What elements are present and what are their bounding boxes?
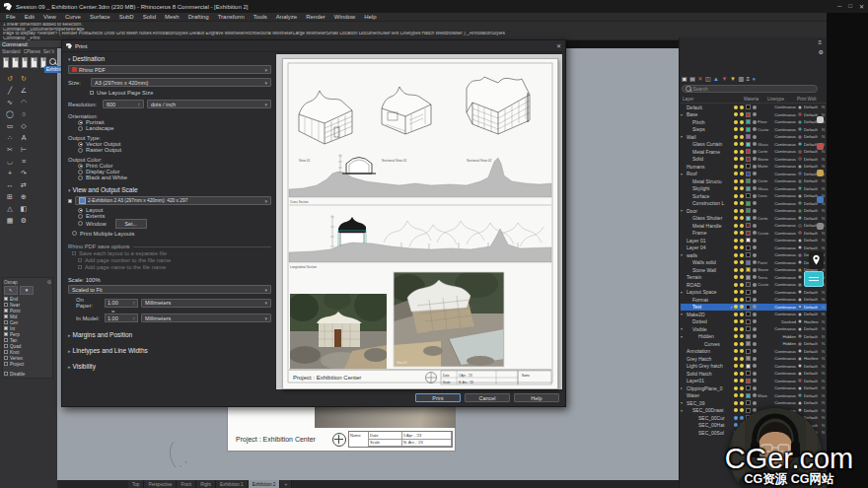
- layer-material-icon[interactable]: [753, 334, 757, 338]
- layer-print-width[interactable]: Default: [804, 400, 822, 405]
- layer-color-swatch[interactable]: [746, 275, 751, 280]
- layer-print-color[interactable]: [798, 112, 802, 116]
- layer-row[interactable]: Walls solid Paint Continuous Default N: [681, 259, 827, 267]
- layer-linetype[interactable]: Continuous: [770, 134, 798, 139]
- layer-print-width[interactable]: Default: [804, 379, 822, 383]
- layer-on-bulb-icon[interactable]: [734, 105, 738, 109]
- points-tool-icon[interactable]: ∴: [4, 132, 16, 143]
- layer-row[interactable]: Plinth Floor Continuous Default N: [681, 118, 827, 126]
- layer-color-swatch[interactable]: [746, 157, 751, 162]
- layer-print-color[interactable]: [798, 283, 802, 287]
- layer-on-bulb-icon[interactable]: [734, 157, 738, 161]
- layer-print-width[interactable]: Hairline: [804, 319, 822, 324]
- line-tool-icon[interactable]: ╱: [4, 85, 16, 96]
- viewport-tab[interactable]: Exhibition 2: [249, 480, 281, 488]
- layer-row[interactable]: Steps Custo Continuous Default N: [681, 126, 827, 134]
- layer-material-icon[interactable]: [753, 268, 757, 272]
- layer-row[interactable]: ▾ walls Continuous Default N: [681, 251, 827, 259]
- layer-print-color[interactable]: [798, 393, 802, 397]
- pdf-option-checkbox[interactable]: [78, 265, 82, 269]
- osnap-disable-option[interactable]: Disable: [4, 371, 51, 377]
- layer-print-color[interactable]: [798, 327, 802, 331]
- layer-print-color[interactable]: [798, 194, 802, 198]
- layer-color-swatch[interactable]: [746, 216, 751, 221]
- layer-lock-icon[interactable]: [740, 305, 744, 309]
- cancel-button[interactable]: Cancel: [465, 393, 510, 402]
- layer-lock-icon[interactable]: [740, 120, 744, 124]
- layer-row[interactable]: ▾ Door Continuous Default N: [681, 207, 827, 215]
- layer-print-color[interactable]: [798, 142, 802, 146]
- libraries-tab-icon[interactable]: [817, 223, 824, 230]
- layer-color-swatch[interactable]: [746, 408, 751, 413]
- layer-on-bulb-icon[interactable]: [734, 216, 738, 220]
- layer-linetype[interactable]: Continuous: [770, 252, 798, 257]
- layer-material-icon[interactable]: [753, 298, 757, 302]
- layer-lock-icon[interactable]: [740, 319, 744, 323]
- layer-lock-icon[interactable]: [740, 231, 744, 235]
- layer-material-icon[interactable]: [753, 313, 757, 316]
- layer-print-color[interactable]: [798, 165, 802, 169]
- layer-material-icon[interactable]: [753, 327, 757, 331]
- layer-on-bulb-icon[interactable]: [734, 127, 738, 131]
- layer-on-bulb-icon[interactable]: [734, 224, 738, 228]
- layer-print-color[interactable]: [798, 127, 802, 131]
- layer-lock-icon[interactable]: [740, 275, 744, 279]
- layer-color-swatch[interactable]: [746, 282, 751, 287]
- window-radio-option[interactable]: Window Set...: [78, 219, 271, 228]
- layer-lock-icon[interactable]: [740, 194, 744, 198]
- osnap-checkbox[interactable]: [4, 332, 8, 336]
- layer-color-swatch[interactable]: [746, 379, 751, 383]
- print-width-column-header[interactable]: Print Widt: [797, 97, 827, 102]
- layer-row[interactable]: ▾ Layout Space Continuous Default N: [681, 289, 827, 297]
- layer-material-icon[interactable]: [753, 364, 757, 368]
- layer-material-icon[interactable]: [753, 127, 757, 131]
- fillet-tool-icon[interactable]: ◡: [4, 156, 16, 167]
- list-view-icon[interactable]: ≡: [747, 75, 751, 83]
- layer-print-color[interactable]: [798, 298, 802, 302]
- toolbar-tab[interactable]: CPlanes: [24, 49, 40, 54]
- layer-print-color[interactable]: [798, 105, 802, 109]
- osnap-checkbox[interactable]: [4, 320, 8, 324]
- layer-lock-icon[interactable]: [740, 209, 744, 213]
- layer-print-color[interactable]: [798, 305, 802, 309]
- osnap-cursor-button[interactable]: ↖: [4, 286, 18, 295]
- layer-color-swatch[interactable]: [746, 134, 751, 139]
- layer-lock-icon[interactable]: [740, 393, 744, 397]
- trim-tool-icon[interactable]: ⊢: [18, 144, 30, 155]
- layer-material-icon[interactable]: [753, 120, 757, 124]
- menu-item[interactable]: Curve: [65, 14, 81, 20]
- layer-color-swatch[interactable]: [746, 334, 751, 339]
- extrude-tool-icon[interactable]: △: [4, 203, 16, 214]
- new-file-icon[interactable]: [3, 57, 9, 68]
- layer-on-bulb-icon[interactable]: [734, 342, 738, 346]
- layer-on-bulb-icon[interactable]: [734, 372, 738, 376]
- scale-select[interactable]: Scaled to Fit▾: [68, 285, 271, 294]
- move-down-layer-icon[interactable]: ▼: [722, 75, 728, 83]
- layer-lock-icon[interactable]: [740, 105, 744, 109]
- layer-print-color[interactable]: [798, 379, 802, 383]
- layer-on-bulb-icon[interactable]: [734, 334, 738, 338]
- layer-color-swatch[interactable]: [746, 119, 751, 124]
- view-checkbox[interactable]: [68, 199, 72, 203]
- output-color-radio-option[interactable]: Black and White: [78, 174, 271, 180]
- layer-color-swatch[interactable]: [746, 149, 751, 154]
- layer-material-icon[interactable]: [753, 150, 757, 154]
- osnap-disable-checkbox[interactable]: [4, 372, 8, 376]
- layer-print-color[interactable]: [798, 150, 802, 154]
- layer-on-bulb-icon[interactable]: [734, 327, 738, 331]
- layer-print-color[interactable]: [798, 334, 802, 338]
- move-tool-icon[interactable]: +: [4, 168, 16, 178]
- layer-lock-icon[interactable]: [740, 260, 744, 264]
- radio-icon[interactable]: [78, 175, 83, 180]
- duplicate-layer-icon[interactable]: ◫: [705, 75, 711, 83]
- layer-lock-icon[interactable]: [740, 327, 744, 331]
- layer-material-icon[interactable]: [753, 283, 757, 287]
- layer-linetype[interactable]: Continuous: [770, 356, 798, 361]
- view-output-scale-section-header[interactable]: ▾View and Output Scale: [68, 186, 271, 193]
- layer-color-swatch[interactable]: [746, 267, 751, 272]
- layer-print-color[interactable]: [798, 408, 802, 412]
- layer-material-icon[interactable]: [753, 319, 757, 323]
- columns-icon[interactable]: ▥: [738, 75, 744, 83]
- layer-print-color[interactable]: [798, 186, 802, 190]
- layer-on-bulb-icon[interactable]: [734, 201, 738, 205]
